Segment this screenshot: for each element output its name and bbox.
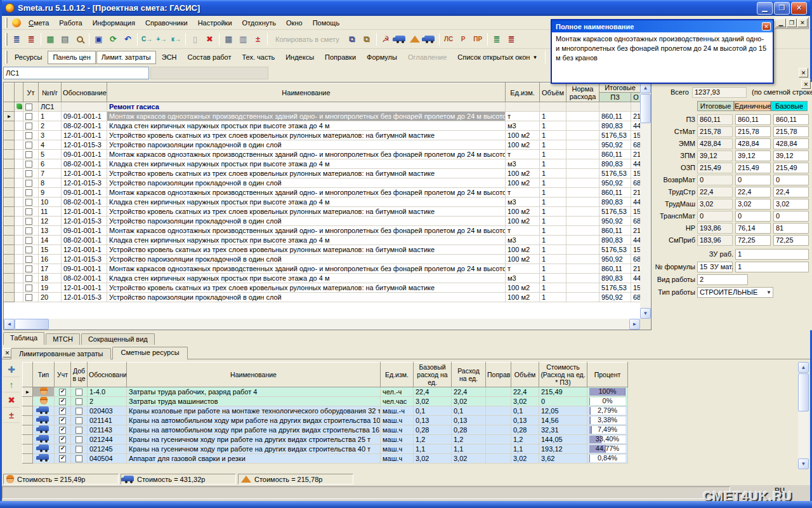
add-remove-icon[interactable]: ± [251,32,265,47]
cell-unit[interactable]: 100 м2 [506,140,540,150]
cell-base[interactable]: 0,1 [414,406,452,416]
unit-value-field[interactable]: 860,11 [735,114,771,125]
cell-norm[interactable] [566,236,599,245]
close-panel-button[interactable]: ✕ [799,68,808,77]
cell-ut[interactable] [23,102,39,112]
view-tab[interactable]: Таблица [3,332,44,345]
cell-extra[interactable]: 68 [631,293,641,302]
cell-vol[interactable]: 1 [540,150,566,159]
base-value-field[interactable]: 428,84 [773,138,809,149]
cell-extra[interactable]: 68 [631,178,641,188]
cell-vol[interactable]: 1 [540,188,566,197]
cell-code[interactable]: 12-01-001-1 [62,207,107,217]
base-value-field[interactable]: 39,12 [773,150,809,161]
cell-norm[interactable] [566,226,599,236]
checkbox[interactable] [75,446,82,453]
cell-vol[interactable]: 1 [540,159,566,169]
cell-name[interactable]: Краны на автомобильном ходу при работе н… [127,425,381,435]
cell-dob[interactable] [71,454,88,464]
cell-ut[interactable] [23,236,39,245]
checkbox[interactable] [25,142,32,149]
checkbox[interactable] [75,455,82,462]
bottom-tab[interactable]: Лимитированные затраты [11,348,111,359]
cell-percent[interactable]: 2,79% [587,406,628,416]
cell-name[interactable]: Краны на автомобильном ходу мри работе н… [127,416,381,425]
undo-icon[interactable]: ↶ [121,32,135,47]
panel-limit-costs-button[interactable]: Лимит. затраты [96,51,156,64]
menu-item[interactable]: Отдохнуть [237,17,282,29]
cell-sel[interactable] [15,159,23,169]
unit-value-field[interactable]: 39,12 [735,150,771,161]
panel-prices-button[interactable]: Панель цен [48,51,95,64]
cell-vol[interactable]: 0,28 [511,425,539,435]
estimate-row[interactable]: 312-01-001-1Устройство кровель скатных и… [4,131,641,140]
estimate-row[interactable]: 412-01-015-3Устройство пароизоляции прок… [4,140,641,150]
cell-vol[interactable]: 1 [540,236,566,245]
cell-norm[interactable] [566,197,599,207]
cell-sel[interactable] [15,197,23,207]
cell-sel[interactable] [15,264,23,274]
cell-popr[interactable] [486,454,511,464]
cell-vol[interactable]: 0,1 [511,406,539,416]
base-value-field[interactable]: 72,25 [773,235,809,246]
checkbox[interactable] [25,294,32,301]
cell-norm[interactable] [566,150,599,159]
cell-extra[interactable]: 15 [631,283,641,293]
cell-unit[interactable]: маш.ч [381,454,414,464]
cell-name[interactable]: Монтаж каркасов одноэтажных производстве… [107,150,506,159]
cell-num[interactable]: 8 [39,178,62,188]
cell-sel[interactable] [15,283,23,293]
cell-num[interactable]: 7 [39,169,62,178]
cell-unit[interactable]: маш.ч [381,425,414,435]
estimate-row[interactable]: 208-02-001-1Кладка стен кирпичных наружн… [4,121,641,131]
cell-code[interactable]: 08-02-001-1 [62,159,107,169]
panel-works-button[interactable]: Состав работ [183,51,237,64]
cell-norm[interactable] [566,159,599,169]
cell-type[interactable] [33,435,55,444]
cell-vol[interactable] [540,102,566,112]
cell-sel[interactable] [15,131,23,140]
cell-num[interactable]: 12 [39,217,62,226]
delete-resource-button[interactable]: ✖ [3,392,20,408]
resource-row[interactable]: 040504Аппарат для газовой сварки и резки… [23,454,628,464]
cell-sel[interactable] [15,121,23,131]
cell-sel[interactable] [15,255,23,264]
cell-rate[interactable]: 0,28 [452,425,486,435]
cell-code[interactable]: 020403 [88,406,127,416]
cell-code[interactable]: 2 [88,397,127,406]
cell-unit[interactable]: м3 [506,197,540,207]
secondary-field[interactable] [150,67,268,79]
cell-unit[interactable] [506,102,540,112]
cell-name[interactable]: Ремонт гасиса [107,102,506,112]
cell-extra[interactable] [631,102,641,112]
cell-extra[interactable]: 21 [631,226,641,236]
cell-ut[interactable] [23,245,39,255]
cell-vol[interactable]: 1 [540,245,566,255]
totals-value-field[interactable]: 215,49 [697,163,733,173]
cell-rate[interactable]: 0,1 [452,406,486,416]
cell-norm[interactable] [566,102,599,112]
cell-unit[interactable]: 100 м2 [506,293,540,302]
insert-row-k-icon[interactable]: к→ [169,32,183,47]
cell-type[interactable] [33,387,55,397]
cell-name[interactable]: Устройство кровель скатных из трех слоев… [107,207,506,217]
cell-name[interactable]: Устройство кровель скатных из трех слоев… [107,245,506,255]
cell-popr[interactable] [486,416,511,425]
cell-name[interactable]: Затраты труда рабочих, разряд работ 4 [127,387,381,397]
checkbox[interactable] [25,227,32,234]
cell-ut[interactable] [23,150,39,159]
cell-norm[interactable] [566,283,599,293]
cell-dob[interactable] [71,416,88,425]
cell-dob[interactable] [71,435,88,444]
cell-code[interactable]: 08-02-001-1 [62,236,107,245]
materials-icon[interactable] [408,32,422,47]
cell-pz[interactable]: 860,11 [599,188,631,197]
cell-vol[interactable]: 1 [540,197,566,207]
cell-rate[interactable]: 0,13 [452,416,486,425]
cell-base[interactable]: 3,02 [414,454,452,464]
checkbox[interactable] [75,389,82,396]
cell-ut[interactable] [23,131,39,140]
cell-code[interactable] [62,102,107,112]
cell-norm[interactable] [566,178,599,188]
cell-extra[interactable]: 21 [631,150,641,159]
